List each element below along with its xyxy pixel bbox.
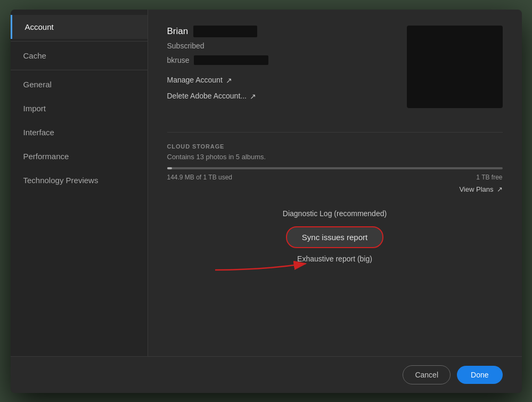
storage-free-label: 1 TB free — [476, 174, 502, 181]
storage-bar-container — [167, 167, 503, 169]
cloud-storage-title: CLOUD STORAGE — [167, 143, 503, 150]
delete-account-button[interactable]: Delete Adobe Account... ↗ — [167, 92, 396, 100]
storage-labels: 144.9 MB of 1 TB used 1 TB free — [167, 174, 503, 181]
manage-account-button[interactable]: Manage Account ↗ — [167, 76, 396, 84]
cancel-button[interactable]: Cancel — [403, 365, 451, 384]
dialog-body: Account Cache General Import Interface P… — [11, 10, 522, 356]
profile-name-row: Brian — [167, 26, 396, 37]
profile-email-prefix: bkruse — [167, 56, 190, 64]
preferences-dialog: Account Cache General Import Interface P… — [11, 10, 522, 393]
sidebar-item-import[interactable]: Import — [11, 96, 148, 120]
profile-avatar — [407, 26, 503, 108]
cloud-storage-description: Contains 13 photos in 5 albums. — [167, 153, 503, 161]
external-link-icon-2: ↗ — [250, 92, 257, 100]
profile-last-name-redacted — [193, 26, 257, 37]
main-content: Brian Subscribed bkruse Manage Account ↗ — [148, 10, 522, 356]
view-plans-external-icon: ↗ — [497, 185, 503, 193]
profile-email-row: bkruse — [167, 55, 396, 65]
sidebar-item-performance[interactable]: Performance — [11, 144, 148, 168]
dialog-footer: Cancel Done — [11, 356, 522, 393]
external-link-icon: ↗ — [226, 76, 233, 84]
sidebar-item-general[interactable]: General — [11, 72, 148, 96]
done-button[interactable]: Done — [457, 366, 502, 384]
storage-bar-fill — [167, 167, 172, 169]
storage-used-label: 144.9 MB of 1 TB used — [167, 174, 233, 181]
account-links: Manage Account ↗ Delete Adobe Account...… — [167, 76, 396, 100]
diagnostic-section: Diagnostic Log (recommended) Sync issues… — [167, 209, 503, 263]
sidebar: Account Cache General Import Interface P… — [11, 10, 148, 356]
profile-section: Brian Subscribed bkruse Manage Account ↗ — [167, 26, 503, 116]
arrow-annotation — [199, 243, 386, 286]
profile-email-redacted — [194, 55, 268, 65]
sidebar-item-technology-previews[interactable]: Technology Previews — [11, 168, 148, 192]
sidebar-item-interface[interactable]: Interface — [11, 120, 148, 144]
profile-status: Subscribed — [167, 42, 396, 50]
sidebar-item-account[interactable]: Account — [11, 15, 148, 39]
view-plans-button[interactable]: View Plans ↗ — [167, 185, 503, 193]
diagnostic-title: Diagnostic Log (recommended) — [167, 209, 503, 218]
cloud-storage-section: CLOUD STORAGE Contains 13 photos in 5 al… — [167, 132, 503, 193]
diagnostic-buttons: Sync issues report Exhaustive report (bi… — [167, 226, 503, 263]
sync-issues-report-button[interactable]: Sync issues report — [286, 226, 383, 248]
profile-info: Brian Subscribed bkruse Manage Account ↗ — [167, 26, 396, 116]
profile-first-name: Brian — [167, 26, 189, 37]
exhaustive-report-button[interactable]: Exhaustive report (big) — [297, 255, 372, 263]
sidebar-divider-1 — [11, 41, 148, 42]
sidebar-item-cache[interactable]: Cache — [11, 44, 148, 68]
sidebar-divider-2 — [11, 70, 148, 70]
